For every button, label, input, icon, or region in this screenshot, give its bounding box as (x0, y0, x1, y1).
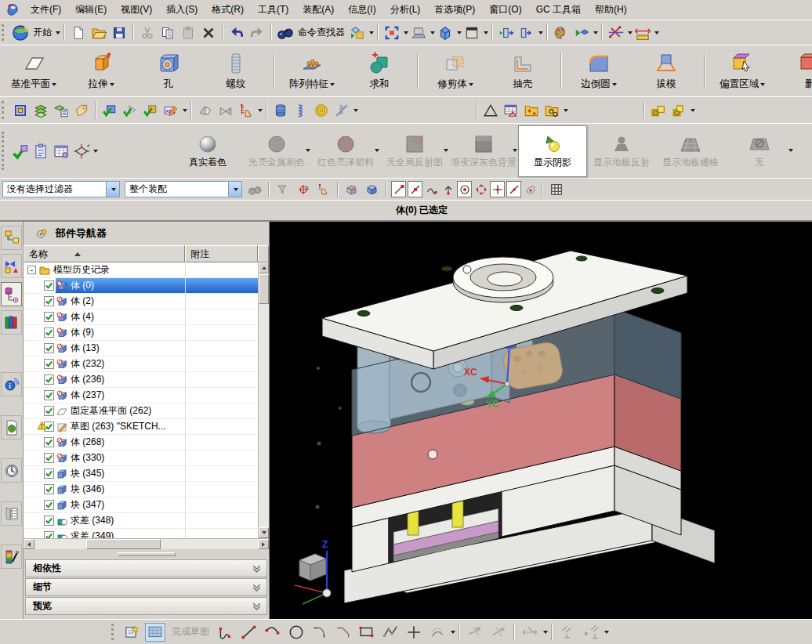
hand-dropdown-arrow[interactable] (258, 109, 263, 112)
undo-icon[interactable] (227, 24, 246, 42)
render-style-button[interactable]: 显示阴影 (518, 125, 587, 177)
tree-item[interactable]: 块 (346) (24, 482, 258, 497)
tree-item-checkbox[interactable] (44, 437, 54, 447)
background-dropdown-arrow[interactable] (484, 31, 488, 34)
tree-item[interactable]: 体 (232) (24, 356, 258, 372)
grid-snap-icon[interactable] (547, 180, 566, 199)
tree-item[interactable]: 块 (347) (24, 497, 258, 513)
collapsed-section-header[interactable]: 相依性 (25, 559, 267, 577)
render-style-button[interactable]: 无全局反射图 (380, 125, 449, 177)
tree-item-checkbox[interactable] (44, 469, 54, 479)
paste-icon[interactable] (179, 24, 198, 42)
vertical-scroll-thumb[interactable] (259, 274, 269, 304)
collapsed-section-header[interactable]: 预览 (25, 597, 267, 615)
show-body-check-icon[interactable] (100, 101, 119, 120)
clipboard-list-icon[interactable] (31, 142, 50, 161)
view-triad[interactable]: Z (295, 539, 331, 604)
triangle-tolerance-icon[interactable] (481, 101, 500, 120)
measure-icon[interactable] (607, 24, 625, 42)
feature-button[interactable]: 偏置区域 (709, 47, 776, 96)
column-name[interactable]: 名称 (24, 245, 185, 262)
menu-item[interactable]: GC 工具箱 (529, 0, 588, 20)
tab-part-navigator[interactable] (1, 282, 22, 306)
profile-icon[interactable] (216, 623, 236, 642)
window-layout-icon[interactable] (517, 24, 536, 42)
expand-toggle[interactable]: - (27, 266, 36, 274)
feature-button[interactable]: 拉伸 (67, 47, 135, 96)
snap-vertex-toggle[interactable] (440, 181, 455, 197)
scroll-right-button[interactable] (258, 539, 269, 549)
lock-dropdown-arrow[interactable] (691, 109, 695, 112)
quick-trim-icon[interactable] (465, 623, 485, 642)
chevron-down-icon[interactable] (249, 599, 263, 613)
find-in-assembly-icon[interactable] (245, 180, 264, 199)
tab-visual-reports[interactable] (1, 545, 22, 569)
circle-icon[interactable] (286, 623, 306, 642)
tree-item-checkbox[interactable] (44, 390, 54, 400)
bowtie-gray-icon[interactable] (216, 101, 235, 120)
snap-point-on-face-toggle[interactable] (523, 181, 538, 197)
edit-dropdown-arrow[interactable] (183, 109, 187, 112)
chevron-down-icon[interactable] (249, 581, 263, 595)
menu-item[interactable]: 格式(R) (205, 0, 251, 20)
feature-dropdown-arrow[interactable] (110, 83, 114, 86)
folder-circles-icon[interactable] (542, 101, 561, 120)
role-palette-icon[interactable] (552, 24, 571, 42)
tree-item-checkbox[interactable] (44, 406, 54, 416)
feature-button[interactable]: 螺纹 (202, 47, 270, 96)
tree-item-checkbox[interactable] (44, 374, 54, 385)
scroll-down-button[interactable] (259, 527, 269, 538)
feature-button[interactable]: 阵列特征 (278, 47, 346, 96)
select-funnel-icon[interactable] (274, 180, 292, 199)
snap-point-on-curve-toggle[interactable] (506, 181, 521, 197)
arc-icon[interactable] (263, 623, 283, 642)
menu-item[interactable]: 插入(S) (159, 0, 205, 20)
feature-button[interactable]: 抽壳 (489, 47, 556, 96)
save-icon[interactable] (110, 24, 129, 42)
render-style-dropdown-arrow[interactable] (788, 149, 793, 152)
parallel-constraint-icon[interactable] (557, 623, 578, 642)
feature-dropdown-arrow[interactable] (612, 83, 617, 86)
feature-dropdown-arrow[interactable] (469, 83, 473, 86)
render-style-button[interactable]: 显示地板栅格 (656, 125, 725, 177)
menu-item[interactable]: 帮助(H) (588, 0, 634, 20)
offset-curve-icon[interactable] (427, 623, 448, 642)
open-icon[interactable] (89, 24, 108, 42)
new-file-icon[interactable] (69, 24, 88, 42)
window-dropdown-arrow[interactable] (538, 31, 543, 34)
render-style-button[interactable]: 无 (725, 125, 794, 177)
layer-settings-icon[interactable] (31, 101, 50, 120)
tree-item-checkbox[interactable] (44, 359, 54, 369)
tab-constraint-navigator[interactable] (1, 254, 22, 278)
snap-intersection-toggle[interactable] (490, 181, 505, 197)
render-style-dropdown-arrow[interactable] (306, 149, 310, 152)
fit-dropdown-arrow[interactable] (404, 31, 408, 34)
feature-button[interactable]: 拔模 (633, 47, 700, 96)
tree-item[interactable]: 体 (9) (24, 325, 258, 341)
menu-item[interactable]: 视图(V) (114, 0, 159, 20)
swept-gray-icon[interactable] (196, 101, 215, 120)
tree-item[interactable]: 体 (237) (24, 388, 258, 403)
tree-item-checkbox[interactable] (44, 296, 54, 306)
tree-item[interactable]: 求差 (348) (24, 513, 258, 529)
render-style-button[interactable]: 显示地板反射 (587, 125, 656, 177)
render-style-button[interactable]: 真实着色 (173, 125, 242, 177)
selection-filter-combo[interactable]: 没有选择过滤器 (2, 181, 120, 197)
tree-item-checkbox[interactable] (44, 531, 54, 538)
tree-item-checkbox[interactable] (44, 280, 54, 291)
curve-dropdown-arrow[interactable] (451, 631, 455, 634)
folder-dropdown-arrow[interactable] (564, 109, 568, 112)
show-constraints-icon[interactable] (581, 623, 601, 642)
folder-points-icon[interactable] (522, 101, 541, 120)
tree-item-checkbox[interactable] (44, 516, 54, 526)
play-dropdown-arrow[interactable] (593, 31, 598, 34)
shaded-view-icon[interactable] (436, 24, 455, 42)
menu-item[interactable]: 信息(I) (341, 0, 382, 20)
tree-item[interactable]: 块 (345) (24, 466, 258, 482)
tab-assembly-navigator[interactable] (1, 226, 22, 250)
locating-ring[interactable] (453, 257, 553, 302)
tree-item-checkbox[interactable] (44, 343, 54, 353)
copy-icon[interactable] (158, 24, 177, 42)
render-style-icon[interactable] (409, 24, 428, 42)
sketch-grid-icon[interactable] (145, 623, 165, 642)
